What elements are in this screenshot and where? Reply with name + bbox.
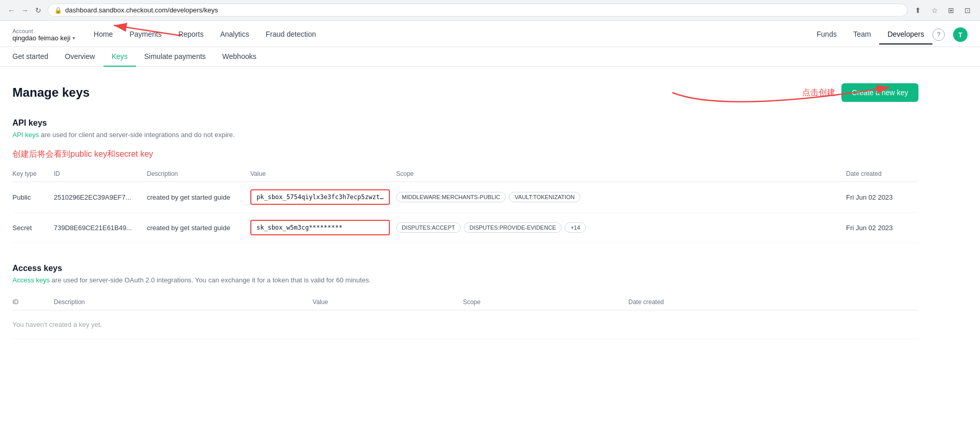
key-description-1: created by get started guide: [147, 213, 250, 243]
api-keys-section: API keys API keys are used for client an…: [12, 118, 918, 243]
table-row: Public2510296E2EC39A9EF7...created by ge…: [12, 182, 918, 213]
access-col-header-scope: Scope: [463, 294, 628, 310]
bookmark-icon[interactable]: ☆: [928, 4, 941, 17]
subnav-get-started[interactable]: Get started: [12, 47, 56, 67]
address-bar[interactable]: 🔒 dashboard.sandbox.checkout.com/develop…: [48, 4, 908, 17]
access-keys-title: Access keys: [12, 264, 918, 273]
access-keys-link[interactable]: Access keys: [12, 276, 50, 284]
forward-button[interactable]: →: [20, 5, 30, 16]
key-value-1[interactable]: sk_sbox_w5m3cg*********: [250, 220, 390, 235]
help-button[interactable]: ?: [932, 28, 945, 41]
nav-reports[interactable]: Reports: [170, 25, 212, 44]
access-col-header-value: Value: [313, 294, 463, 310]
nav-fraud-detection[interactable]: Fraud detection: [258, 25, 324, 44]
scope-badge: MIDDLEWARE:MERCHANTS-PUBLIC: [396, 192, 506, 202]
access-keys-desc: Access keys are used for server-side OAu…: [12, 276, 918, 284]
subnav-simulate-payments[interactable]: Simulate payments: [136, 47, 214, 67]
col-header-value: Value: [250, 166, 396, 182]
nav-payments[interactable]: Payments: [121, 25, 170, 44]
col-header-description: Description: [147, 166, 250, 182]
main-nav: Home Payments Reports Analytics Fraud de…: [85, 25, 808, 44]
chinese-annotation: 创建后将会看到public key和secret key: [12, 149, 918, 160]
page-header: Manage keys 点击创建 Create a new key: [12, 83, 918, 102]
scope-badge: DISPUTES:PROVIDE-EVIDENCE: [464, 222, 562, 233]
key-id-0: 2510296E2EC39A9EF7...: [54, 182, 147, 213]
share-icon[interactable]: ⬆: [912, 4, 924, 17]
key-id-1: 739D8E69CE21E61B49...: [54, 213, 147, 243]
nav-controls: ← → ↻: [6, 5, 43, 16]
key-scope-0: MIDDLEWARE:MERCHANTS-PUBLICVAULT:TOKENIZ…: [396, 182, 846, 213]
nav-analytics[interactable]: Analytics: [212, 25, 258, 44]
top-right-actions: ? T: [932, 27, 968, 42]
account-chevron-icon: ▾: [72, 35, 75, 41]
access-keys-table: ID Description Value Scope Date created …: [12, 294, 918, 339]
key-value-0[interactable]: pk_sbox_5754qiylx3e3fc3h7ecp5zwztq3: [250, 189, 390, 205]
api-keys-link[interactable]: API keys: [12, 131, 39, 139]
avatar[interactable]: T: [953, 27, 968, 42]
subnav-overview[interactable]: Overview: [56, 47, 103, 67]
account-row: Account qingdao feimao keji ▾ Home Payme…: [12, 21, 968, 47]
account-name-text: qingdao feimao keji: [12, 34, 70, 42]
col-header-scope: Scope: [396, 166, 846, 182]
account-info: Account qingdao feimao keji ▾: [12, 28, 75, 42]
account-name-dropdown[interactable]: qingdao feimao keji ▾: [12, 34, 75, 42]
key-description-0: created by get started guide: [147, 182, 250, 213]
account-label: Account: [12, 28, 75, 34]
url-text: dashboard.sandbox.checkout.com/developer…: [65, 6, 218, 14]
api-keys-desc-text: are used for client and server-side inte…: [39, 131, 235, 139]
access-col-header-date: Date created: [628, 294, 918, 310]
profile-icon[interactable]: ⊡: [961, 4, 974, 17]
browser-chrome: ← → ↻ 🔒 dashboard.sandbox.checkout.com/d…: [0, 0, 980, 21]
table-header-row: Key type ID Description Value Scope Date…: [12, 166, 918, 182]
api-keys-title: API keys: [12, 118, 918, 128]
nav-funds[interactable]: Funds: [808, 25, 845, 44]
create-new-key-button[interactable]: Create a new key: [841, 83, 918, 102]
subnav-webhooks[interactable]: Webhooks: [214, 47, 265, 67]
page-title: Manage keys: [12, 85, 89, 100]
click-annotation: 点击创建: [802, 87, 835, 98]
key-type-0: Public: [12, 182, 54, 213]
access-col-header-description: Description: [54, 294, 313, 310]
subnav-keys[interactable]: Keys: [103, 47, 136, 67]
key-date-1: Fri Jun 02 2023: [846, 213, 918, 243]
main-nav-right: Funds Team Developers ? T: [808, 25, 968, 44]
col-header-id: ID: [54, 166, 147, 182]
key-type-1: Secret: [12, 213, 54, 243]
key-value-cell-0: pk_sbox_5754qiylx3e3fc3h7ecp5zwztq3: [250, 182, 396, 213]
nav-developers[interactable]: Developers: [879, 25, 932, 44]
main-nav-left: Home Payments Reports Analytics Fraud de…: [85, 25, 324, 44]
top-bar: Account qingdao feimao keji ▾ Home Payme…: [0, 21, 980, 47]
api-keys-desc: API keys are used for client and server-…: [12, 131, 918, 139]
lock-icon: 🔒: [54, 7, 62, 14]
col-header-date-created: Date created: [846, 166, 918, 182]
browser-actions: ⬆ ☆ ⊞ ⊡: [912, 4, 974, 17]
access-keys-empty-row: You haven't created a key yet.: [12, 310, 918, 339]
api-keys-table: Key type ID Description Value Scope Date…: [12, 166, 918, 243]
key-value-cell-1: sk_sbox_w5m3cg*********: [250, 213, 396, 243]
scope-badge: DISPUTES:ACCEPT: [396, 222, 461, 233]
extensions-icon[interactable]: ⊞: [945, 4, 957, 17]
table-row: Secret739D8E69CE21E61B49...created by ge…: [12, 213, 918, 243]
scope-more-badge[interactable]: +14: [565, 222, 586, 233]
nav-team[interactable]: Team: [845, 25, 879, 44]
back-button[interactable]: ←: [6, 5, 17, 16]
access-keys-section: Access keys Access keys are used for ser…: [12, 264, 918, 339]
scope-badge: VAULT:TOKENIZATION: [509, 192, 580, 202]
access-table-header-row: ID Description Value Scope Date created: [12, 294, 918, 310]
col-header-key-type: Key type: [12, 166, 54, 182]
access-keys-desc-text: are used for server-side OAuth 2.0 integ…: [50, 276, 371, 284]
nav-home[interactable]: Home: [85, 25, 121, 44]
key-date-0: Fri Jun 02 2023: [846, 182, 918, 213]
key-scope-1: DISPUTES:ACCEPTDISPUTES:PROVIDE-EVIDENCE…: [396, 213, 846, 243]
main-content: Manage keys 点击创建 Create a new key API ke…: [0, 67, 931, 377]
access-keys-empty-message: You haven't created a key yet.: [12, 310, 918, 339]
sub-nav: Get started Overview Keys Simulate payme…: [0, 47, 980, 67]
reload-button[interactable]: ↻: [33, 5, 43, 16]
access-col-header-id: ID: [12, 294, 54, 310]
